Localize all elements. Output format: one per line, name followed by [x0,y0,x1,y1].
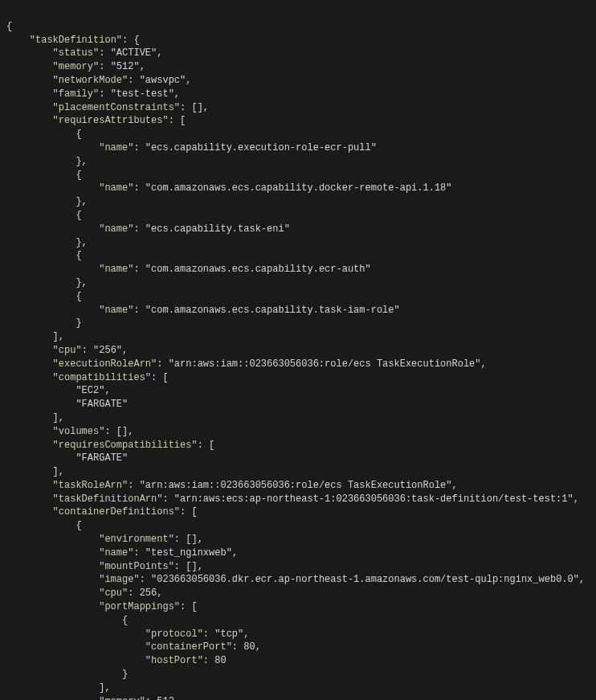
json-value: "FARGATE" [76,399,128,410]
json-key: "requiresAttributes" [53,115,169,126]
json-value: "023663056036.dkr.ecr.ap-northeast-1.ama… [151,574,579,585]
json-value: "com.amazonaws.ecs.capability.docker-rem… [145,182,452,194]
json-key: "name" [99,142,133,154]
json-key: "compatibilities" [53,372,151,383]
json-key: "containerPort" [145,641,232,653]
json-key: "memory" [99,696,145,700]
json-key: "name" [99,264,133,275]
json-value: "test-test" [111,88,174,100]
json-key: "requiresCompatibilities" [53,440,198,451]
json-value: "arn:aws:iam::023663056036:role/ecs Task… [169,358,481,370]
json-key: "name" [99,182,133,194]
json-key: "taskDefinitionArn" [53,493,163,505]
json-value: "EC2" [76,385,104,396]
json-value: "com.amazonaws.ecs.capability.task-iam-r… [145,305,400,316]
json-code-block: { "taskDefinition": { "status": "ACTIVE"… [6,20,590,700]
json-key: "executionRoleArn" [53,358,157,370]
json-value: 512 [157,696,174,700]
json-key: "taskDefinition" [30,35,122,46]
json-key: "portMappings" [99,601,180,612]
json-value: "arn:aws:iam::023663056036:role/ecs Task… [140,480,452,491]
json-key: "volumes" [53,426,105,437]
json-value: "ACTIVE" [111,47,157,59]
json-value: "ecs.capability.execution-role-ecr-pull" [145,142,377,154]
json-key: "networkMode" [53,75,129,86]
json-value: "arn:aws:ecs:ap-northeast-1:023663056036… [174,493,574,505]
json-key: "name" [99,223,133,235]
json-value: "FARGATE" [76,452,128,464]
json-value: 80 [214,655,226,666]
json-key: "placementConstraints" [53,102,180,113]
json-value: "test_nginxweb" [145,547,232,559]
json-key: "environment" [99,534,174,545]
json-key: "family" [53,88,100,100]
json-key: "taskRoleArn" [53,480,129,491]
json-value: 256 [140,587,157,599]
json-value: "ecs.capability.task-eni" [145,223,290,235]
json-key: "cpu" [99,587,128,599]
json-value: "tcp" [214,628,243,640]
json-key: "name" [99,547,133,559]
json-key: "name" [99,305,133,316]
json-value: "awsvpc" [140,75,186,86]
json-value: "256" [93,345,122,356]
json-value: 80 [243,641,255,653]
json-key: "status" [53,47,100,59]
json-key: "image" [99,574,139,585]
json-key: "protocol" [145,628,203,640]
json-key: "hostPort" [145,655,203,666]
json-value: "512" [111,61,140,72]
json-value: "com.amazonaws.ecs.capability.ecr-auth" [145,264,371,275]
json-key: "cpu" [53,345,82,356]
json-key: "memory" [53,61,100,72]
json-key: "mountPoints" [99,561,174,572]
json-key: "containerDefinitions" [53,506,180,518]
